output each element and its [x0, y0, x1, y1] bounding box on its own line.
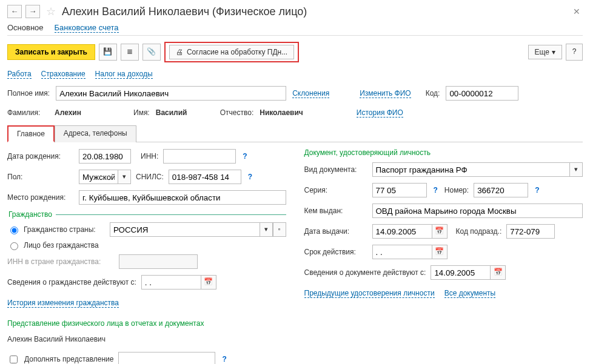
dept-code-input[interactable]	[506, 224, 555, 239]
save-icon: 💾	[103, 47, 112, 56]
citizenship-legend: Гражданство	[7, 210, 56, 219]
paperclip-icon: 📎	[147, 47, 156, 56]
issue-date-input[interactable]	[372, 224, 432, 239]
inner-tab-addresses[interactable]: Адреса, телефоны	[55, 125, 136, 142]
citizenship-valid-date-input[interactable]	[141, 275, 201, 290]
top-tab-main[interactable]: Основное	[7, 23, 44, 33]
doc-valid-from-input[interactable]	[431, 265, 490, 280]
name-label: Имя:	[133, 108, 150, 117]
inn-input[interactable]	[163, 149, 236, 164]
representation-value: Алехин Василий Николаевич	[7, 335, 106, 343]
more-label: Еще	[535, 48, 549, 56]
series-label: Серия:	[304, 186, 367, 194]
extend-representation-input[interactable]	[118, 352, 215, 364]
expiry-label: Срок действия:	[304, 248, 367, 256]
nav-back-button[interactable]: ←	[7, 5, 22, 18]
birthplace-input[interactable]	[79, 190, 286, 205]
citizenship-none-radio[interactable]	[10, 242, 18, 250]
citizenship-inn-input	[119, 254, 198, 269]
inner-tab-main[interactable]: Главное	[7, 125, 55, 142]
number-input[interactable]	[474, 183, 528, 197]
gender-label: Пол:	[7, 173, 74, 181]
doc-valid-from-label: Сведения о документе действуют с:	[304, 268, 426, 277]
birthdate-label: Дата рождения:	[7, 152, 74, 160]
history-fio-link[interactable]: История ФИО	[357, 108, 403, 117]
id-doc-legend: Документ, удостоверяющий личность	[304, 148, 583, 157]
doc-valid-from-calendar-button[interactable]: 📅	[490, 265, 506, 280]
citizenship-country-radio[interactable]	[10, 227, 18, 234]
inn-label: ИНН:	[141, 152, 158, 160]
birthdate-input[interactable]	[79, 149, 131, 164]
all-docs-link[interactable]: Все документы	[444, 289, 496, 298]
birthplace-label: Место рождения:	[7, 193, 74, 202]
issued-by-input[interactable]	[372, 204, 583, 218]
snils-input[interactable]	[169, 170, 241, 184]
citizenship-history-link[interactable]: История изменения гражданства	[7, 299, 119, 308]
doc-type-dropdown-button[interactable]: ▾	[569, 162, 583, 177]
save-button[interactable]: 💾	[99, 44, 117, 61]
favorite-star-icon[interactable]: ☆	[44, 5, 58, 18]
citizenship-country-label: Гражданство страны:	[24, 225, 106, 234]
attachment-button[interactable]: 📎	[142, 44, 161, 61]
fullname-input[interactable]	[56, 86, 286, 101]
issue-date-label: Дата выдачи:	[304, 227, 367, 236]
top-tab-bank-accounts[interactable]: Банковские счета	[55, 23, 119, 33]
link-tax[interactable]: Налог на доходы	[95, 70, 153, 79]
name-value: Василий	[156, 108, 214, 117]
patronymic-label: Отчество:	[220, 108, 254, 117]
extend-representation-help-icon[interactable]: ?	[220, 355, 228, 363]
number-help-icon[interactable]: ?	[533, 186, 541, 194]
prev-docs-link[interactable]: Предыдущие удостоверения личности	[304, 289, 435, 298]
citizenship-calendar-button[interactable]: 📅	[201, 275, 216, 290]
link-work[interactable]: Работа	[7, 70, 32, 79]
gender-dropdown-button[interactable]: ▾	[118, 170, 131, 184]
series-input[interactable]	[372, 183, 427, 197]
series-help-icon[interactable]: ?	[432, 186, 440, 194]
consent-button[interactable]: 🖨 Согласие на обработку ПДн...	[169, 45, 294, 59]
save-and-close-button[interactable]: Записать и закрыть	[7, 44, 95, 60]
surname-value: Алехин	[55, 108, 127, 117]
representation-legend: Представление физического лица в отчетах…	[7, 319, 286, 328]
citizenship-dropdown-button[interactable]: ▾	[260, 222, 273, 237]
citizenship-inn-label: ИНН в стране гражданства:	[7, 257, 114, 266]
printer-icon: 🖨	[176, 48, 183, 56]
snils-label: СНИЛС:	[136, 173, 164, 181]
issued-by-label: Кем выдан:	[304, 207, 367, 215]
snils-help-icon[interactable]: ?	[246, 173, 254, 181]
change-fio-link[interactable]: Изменить ФИО	[360, 89, 411, 98]
help-button[interactable]: ?	[566, 44, 583, 61]
nav-forward-button[interactable]: →	[25, 5, 40, 18]
citizenship-valid-label: Сведения о гражданстве действуют с:	[7, 278, 136, 286]
expiry-input[interactable]	[372, 245, 432, 259]
doc-type-input[interactable]	[372, 162, 570, 177]
gender-select[interactable]	[79, 170, 118, 184]
extend-representation-label: Дополнять представление	[24, 355, 113, 363]
expiry-calendar-button[interactable]: 📅	[432, 245, 448, 259]
close-icon[interactable]: ✕	[571, 7, 583, 16]
citizenship-fieldset: Гражданство Гражданство страны: ▾ ▫ Лицо…	[7, 210, 286, 316]
issue-date-calendar-button[interactable]: 📅	[432, 224, 448, 239]
citizenship-none-label: Лицо без гражданства	[24, 241, 99, 250]
inn-help-icon[interactable]: ?	[241, 152, 249, 160]
more-button[interactable]: Еще ▾	[528, 45, 562, 59]
surname-label: Фамилия:	[7, 108, 49, 117]
list-icon: ≣	[127, 47, 133, 56]
page-title: Алехин Василий Николаевич (Физическое ли…	[62, 5, 567, 18]
extend-representation-checkbox[interactable]	[10, 356, 18, 363]
link-insurance[interactable]: Страхование	[41, 70, 85, 79]
dept-code-label: Код подразд.:	[456, 227, 502, 236]
citizenship-open-button[interactable]: ▫	[273, 222, 286, 237]
fullname-label: Полное имя:	[7, 89, 50, 98]
number-label: Номер:	[444, 186, 469, 194]
citizenship-country-input[interactable]	[110, 222, 260, 237]
declensions-link[interactable]: Склонения	[292, 89, 329, 98]
consent-label: Согласие на обработку ПДн...	[187, 48, 287, 56]
code-input[interactable]	[446, 86, 518, 101]
code-label: Код:	[426, 89, 440, 98]
list-button[interactable]: ≣	[121, 44, 139, 61]
doc-type-label: Вид документа:	[304, 165, 367, 174]
patronymic-value: Николаевич	[260, 108, 303, 117]
highlight-box-consent: 🖨 Согласие на обработку ПДн...	[164, 42, 299, 62]
chevron-down-icon: ▾	[552, 48, 555, 56]
